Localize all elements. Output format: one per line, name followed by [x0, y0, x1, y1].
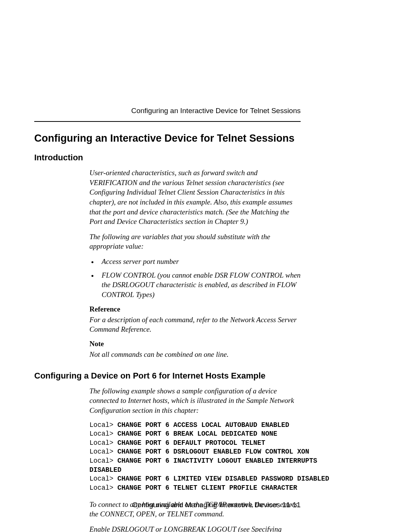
note-label: Note — [89, 340, 301, 348]
introduction-heading: Introduction — [34, 153, 377, 163]
header-divider — [34, 121, 301, 122]
intro-bullet-list: Access server port number FLOW CONTROL (… — [89, 257, 301, 300]
intro-para-1: User-oriented characteristics, such as f… — [89, 168, 301, 227]
page-footer: Configuring and Managing Interactive Dev… — [132, 501, 301, 509]
note-text: Not all commands can be combined on one … — [89, 350, 301, 359]
intro-bullet-2: FLOW CONTROL (you cannot enable DSR FLOW… — [89, 270, 301, 300]
introduction-body: User-oriented characteristics, such as f… — [89, 168, 301, 359]
reference-label: Reference — [89, 305, 301, 313]
intro-para-2: The following are variables that you sho… — [89, 232, 301, 251]
example-body: The following example shows a sample con… — [89, 386, 301, 532]
reference-text: For a description of each command, refer… — [89, 315, 301, 334]
section-title: Configuring an Interactive Device for Te… — [34, 133, 377, 144]
example-heading: Configuring a Device on Port 6 for Inter… — [34, 371, 377, 381]
example-after-para-2: Enable DSRLOGOUT or LONGBREAK LOGOUT (se… — [89, 524, 301, 532]
code-block: Local> CHANGE PORT 6 ACCESS LOCAL AUTOBA… — [89, 421, 301, 493]
example-intro: The following example shows a sample con… — [89, 386, 301, 415]
running-header: Configuring an Interactive Device for Te… — [34, 107, 377, 115]
intro-bullet-1: Access server port number — [89, 257, 301, 267]
